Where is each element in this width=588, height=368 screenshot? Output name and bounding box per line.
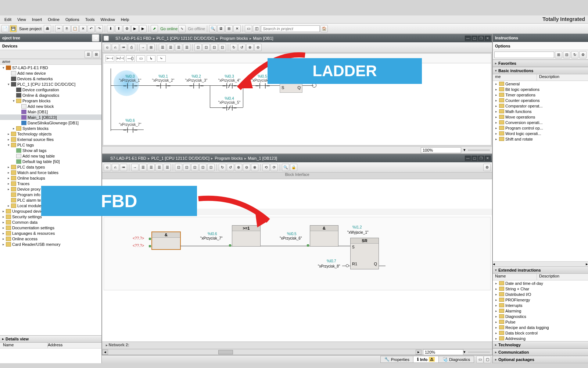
opt-icon[interactable]: ⚙ [579, 51, 587, 59]
et-btn[interactable]: ☰ [159, 44, 166, 51]
menu-tools[interactable]: Tools [82, 17, 98, 22]
zoom-dropdown-icon[interactable]: ▾ [463, 148, 466, 152]
instruction-item[interactable]: ▸Program control op... [493, 125, 588, 131]
menu-help[interactable]: Help [118, 17, 132, 22]
maximize-icon[interactable]: ▢ [472, 36, 477, 41]
go-offline-icon[interactable]: ⬊ [178, 25, 186, 32]
paste-icon[interactable]: 📋 [71, 25, 79, 32]
download-icon[interactable]: ⬇ [107, 25, 114, 32]
ladder-contact[interactable]: %I0.3"xPrzycisk_4"―|/|― [216, 74, 242, 88]
fbd-or[interactable]: >=1 [232, 225, 261, 247]
instruction-item[interactable]: ▸Data block control [493, 330, 588, 336]
print-icon[interactable]: 🖶 [44, 25, 51, 32]
menu-view[interactable]: View [14, 17, 29, 22]
et-btn[interactable]: ⎋ [104, 44, 111, 51]
instruction-item[interactable]: ▸Date and time-of-day [493, 280, 588, 286]
details-view-header[interactable]: ▸Details view [0, 335, 101, 343]
zoom-input[interactable] [421, 147, 461, 153]
instruction-item[interactable]: ▸Alarming [493, 308, 588, 314]
close-conn-icon[interactable]: ✕ [233, 25, 241, 32]
block-interface-bar[interactable]: Block Interface [102, 173, 492, 179]
search-input[interactable] [261, 25, 320, 32]
restore-icon[interactable]: ❐ [478, 156, 484, 161]
basic-hscroll[interactable]: ◂ ▸ [493, 261, 588, 266]
instruction-item[interactable]: ▸Conversion operati... [493, 120, 588, 125]
eb-btn[interactable]: ⟲ [262, 164, 270, 171]
undo-icon[interactable]: ↶ [87, 25, 95, 32]
et-btn[interactable]: ☰ [175, 44, 182, 51]
tree-item[interactable]: ▸System blocks [0, 125, 101, 131]
favorites-header[interactable]: ▸Favorites [493, 60, 588, 67]
zoom-input-bot[interactable] [423, 349, 463, 355]
instruction-item[interactable]: ▸Recipe and data logging [493, 325, 588, 330]
et-btn[interactable]: ☰ [183, 44, 190, 51]
go-online-icon[interactable]: ⬈ [151, 25, 158, 32]
fbd-in1[interactable]: <??.?> [133, 236, 144, 240]
coil-icon[interactable]: ―() [126, 55, 135, 62]
open-branch-icon[interactable]: ⤷ [157, 55, 166, 62]
eb-btn[interactable]: ⎋ [104, 164, 111, 171]
eb-btn[interactable]: ☰ [139, 164, 147, 171]
eb-btn[interactable]: 🔍 [282, 164, 289, 171]
tree-item[interactable]: Add new device [0, 70, 101, 76]
cut-icon[interactable]: ✂ [55, 25, 62, 32]
delete-icon[interactable]: ✕ [79, 25, 87, 32]
zoom-slider[interactable] [468, 351, 490, 353]
tree-item[interactable]: Main [OB1] [0, 109, 101, 114]
fbd-and2[interactable]: & [310, 225, 338, 247]
eb-btn[interactable]: ☰ [155, 164, 163, 171]
instruction-item[interactable]: ▸Comparator operat... [493, 103, 588, 109]
instruction-item[interactable]: ▸Word logic operati... [493, 131, 588, 136]
instruction-item[interactable]: ▸Interrupts [493, 302, 588, 308]
close-icon[interactable]: ✕ [485, 36, 491, 41]
scroll-right-icon[interactable]: ▸ [416, 350, 422, 355]
upload-icon[interactable]: ⬆ [115, 25, 122, 32]
eb-btn[interactable]: ↺ [227, 164, 234, 171]
tab-info[interactable]: ℹInfo⚠ [413, 356, 439, 363]
zoom-slider[interactable] [468, 149, 490, 151]
tab-properties[interactable]: 🔧Properties [380, 356, 413, 363]
tree-detail-icon[interactable]: ⊞ [93, 51, 100, 58]
tree-item[interactable]: ▸Watch and force tables [0, 170, 101, 175]
instruction-item[interactable]: ▸Counter operations [493, 98, 588, 103]
instruction-item[interactable]: ▸Math functions [493, 109, 588, 114]
tree-item[interactable]: ▸Documentation settings [0, 225, 101, 230]
optional-packages-header[interactable]: ▸Optional packages [493, 356, 588, 363]
eb-btn[interactable]: ⟳ [270, 164, 278, 171]
close-icon[interactable]: ✕ [485, 156, 491, 161]
basic-instructions-header[interactable]: ▾Basic instructions [493, 67, 588, 74]
opt-icon[interactable]: ↻ [571, 51, 578, 59]
tree-item[interactable]: Add new tag table [0, 153, 101, 159]
scroll-thumb[interactable] [218, 350, 233, 354]
instruction-item[interactable]: ▸PROFIenergy [493, 297, 588, 302]
instruction-item[interactable]: ▸Move operations [493, 114, 588, 120]
tree-item[interactable]: ▸Online backups [0, 175, 101, 181]
eb-btn[interactable]: 🔒 [290, 164, 297, 171]
nav-back-icon[interactable]: ◂ [104, 36, 109, 41]
eb-btn[interactable]: ⊕ [235, 164, 242, 171]
instruction-item[interactable]: ▸Shift and rotate [493, 136, 588, 142]
branch-icon[interactable]: ↳ [147, 55, 155, 62]
et-btn[interactable]: ≔ [120, 44, 127, 51]
instruction-item[interactable]: ▸Addressing [493, 336, 588, 341]
tree-item[interactable]: Show all tags [0, 148, 101, 153]
fbd-sr[interactable]: SR S R1Q [350, 238, 379, 269]
et-btn[interactable]: ⊕ [246, 44, 254, 51]
save-icon[interactable]: 💾 [10, 25, 17, 32]
tree-item[interactable]: Default tag table [50] [0, 159, 101, 164]
technology-header[interactable]: ▸Technology [493, 341, 588, 348]
et-btn[interactable]: ↻ [230, 44, 237, 51]
menu-insert[interactable]: Insert [29, 17, 45, 22]
menu-online[interactable]: Online [45, 17, 62, 22]
tree-item[interactable]: ▸Online access [0, 236, 101, 241]
basic-instructions-list[interactable]: ▸General▸Bit logic operations▸Timer oper… [493, 81, 588, 142]
communication-header[interactable]: ▸Communication [493, 348, 588, 356]
no-contact-icon[interactable]: ⊢⊣ [105, 55, 114, 62]
go-online-button[interactable]: Go online [160, 26, 178, 31]
minimize-icon[interactable]: — [465, 36, 471, 41]
split-v-icon[interactable]: ◫ [253, 25, 260, 32]
et-btn[interactable]: ⊞ [147, 44, 155, 51]
start-icon[interactable]: ▶ [139, 25, 147, 32]
eb-btn[interactable]: ☰ [147, 164, 155, 171]
tree-item[interactable]: ▾PLC_1 [CPU 1211C DC/DC/DC] [0, 81, 101, 87]
